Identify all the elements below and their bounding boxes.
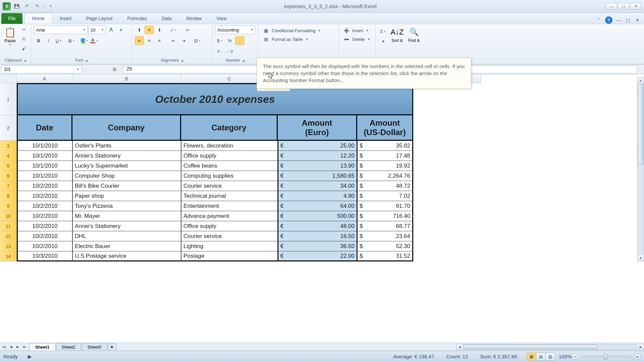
scroll-right-icon[interactable]: ▶: [638, 344, 644, 350]
orientation-icon[interactable]: ⤢▼: [169, 25, 178, 34]
table-cell[interactable]: $91.70: [357, 201, 413, 211]
number-format-combo[interactable]: Accounting▼: [215, 25, 255, 34]
table-cell[interactable]: 10/1/2010: [17, 151, 72, 161]
zoom-in-button[interactable]: +: [634, 353, 641, 360]
sheet-nav-last[interactable]: ⏭: [21, 344, 28, 350]
row-header-3[interactable]: 3: [0, 141, 17, 151]
table-cell[interactable]: €1,580.65: [278, 171, 357, 181]
maximize-button[interactable]: ▢: [618, 3, 629, 10]
table-cell[interactable]: Advance payment: [181, 211, 278, 221]
table-cell[interactable]: €13.90: [278, 161, 357, 171]
row-header-13[interactable]: 13: [0, 241, 17, 251]
autosum-icon[interactable]: Σ▼: [378, 27, 388, 36]
align-middle-icon[interactable]: ≡: [145, 25, 154, 34]
row-header-11[interactable]: 11: [0, 221, 17, 231]
table-cell[interactable]: $2,264.76: [357, 171, 413, 181]
align-left-icon[interactable]: ≡: [135, 36, 144, 45]
excel-logo-icon[interactable]: X: [3, 2, 11, 10]
tab-review[interactable]: Review: [179, 13, 209, 24]
save-icon[interactable]: 💾: [13, 2, 21, 10]
table-cell[interactable]: €16.50: [278, 231, 357, 241]
row-header-2[interactable]: 2: [0, 115, 17, 141]
table-cell[interactable]: Bill's Bike Courier: [72, 181, 181, 191]
align-top-icon[interactable]: ⬆: [135, 25, 144, 34]
sheet-nav-prev[interactable]: ◀: [8, 344, 14, 350]
decrease-decimal-icon[interactable]: ←.0: [225, 47, 234, 56]
table-cell[interactable]: $7.02: [357, 191, 413, 201]
sheet-tab-2[interactable]: Sheet2: [56, 343, 81, 351]
zoom-slider[interactable]: [581, 356, 631, 358]
table-cell[interactable]: Ostler's Plants: [72, 141, 181, 151]
bold-icon[interactable]: B: [34, 36, 43, 45]
cut-icon[interactable]: ✂: [19, 25, 28, 34]
grow-font-icon[interactable]: A: [106, 25, 116, 34]
table-cell[interactable]: €64.00: [278, 201, 357, 211]
shrink-font-icon[interactable]: A: [116, 25, 126, 34]
table-cell[interactable]: Mr. Mayer: [72, 211, 181, 221]
qat-customize-icon[interactable]: ▼: [47, 2, 55, 10]
cells-grid[interactable]: October 2010 expensesDateCompanyCategory…: [17, 83, 413, 261]
table-cell[interactable]: 10/3/2010: [17, 251, 72, 261]
italic-icon[interactable]: I: [44, 36, 53, 45]
table-header-cell[interactable]: Amount (Euro): [278, 115, 357, 141]
minimize-button[interactable]: —: [606, 3, 617, 10]
row-header-6[interactable]: 6: [0, 171, 17, 181]
table-cell[interactable]: $31.52: [357, 251, 413, 261]
table-cell[interactable]: 10/2/2010: [17, 211, 72, 221]
zoom-out-button[interactable]: −: [572, 353, 578, 360]
table-cell[interactable]: DHL: [72, 231, 181, 241]
table-cell[interactable]: $17.48: [357, 151, 413, 161]
tab-data[interactable]: Data: [154, 13, 179, 24]
merge-center-icon[interactable]: ⊟▼: [193, 36, 202, 45]
table-cell[interactable]: €12.20: [278, 151, 357, 161]
workbook-close-icon[interactable]: ✕: [634, 17, 641, 23]
table-cell[interactable]: Annie's Stationery: [72, 221, 181, 231]
table-cell[interactable]: 10/2/2010: [17, 191, 72, 201]
table-cell[interactable]: Coffee beans: [181, 161, 278, 171]
table-cell[interactable]: €48.00: [278, 221, 357, 231]
table-cell[interactable]: $19.92: [357, 161, 413, 171]
tab-insert[interactable]: Insert: [52, 13, 79, 24]
undo-icon[interactable]: ↶: [23, 2, 31, 10]
fx-icon[interactable]: fx: [110, 65, 119, 73]
number-dialog-launcher[interactable]: ◢: [242, 59, 245, 62]
format-as-table-button[interactable]: ▤Format as Table ▼: [261, 36, 310, 43]
row-header-8[interactable]: 8: [0, 191, 17, 201]
table-cell[interactable]: Courier service: [181, 181, 278, 191]
table-cell[interactable]: Paper shop: [72, 191, 181, 201]
help-icon[interactable]: ?: [605, 16, 612, 24]
delete-cells-button[interactable]: ➖Delete ▼: [341, 36, 372, 43]
table-cell[interactable]: Lucky's Supermarket: [72, 161, 181, 171]
sort-filter-button[interactable]: A↓Z Sort &: [390, 25, 405, 44]
table-cell[interactable]: 10/2/2010: [17, 201, 72, 211]
tab-page-layout[interactable]: Page Layout: [79, 13, 120, 24]
table-cell[interactable]: 10/2/2010: [17, 241, 72, 251]
table-cell[interactable]: Courier service: [181, 231, 278, 241]
align-center-icon[interactable]: ≡: [145, 36, 154, 45]
border-icon[interactable]: ⊞▼: [67, 36, 76, 45]
sheet-tab-3[interactable]: Sheet3: [82, 343, 107, 351]
clipboard-dialog-launcher[interactable]: ◢: [24, 59, 26, 62]
align-right-icon[interactable]: ≡: [155, 36, 164, 45]
paste-button[interactable]: 📋 Paste ▼: [3, 25, 17, 47]
table-header-cell[interactable]: Date: [17, 115, 72, 141]
col-header-B[interactable]: B: [72, 74, 181, 83]
table-cell[interactable]: 10/2/2010: [17, 231, 72, 241]
table-cell[interactable]: 10/2/2010: [17, 181, 72, 191]
table-cell[interactable]: Annie's Stationery: [72, 151, 181, 161]
insert-cells-button[interactable]: ➕Insert ▼: [341, 27, 370, 34]
file-tab[interactable]: File: [1, 13, 22, 24]
normal-view-icon[interactable]: ▦: [527, 353, 536, 360]
row-header-5[interactable]: 5: [0, 161, 17, 171]
underline-icon[interactable]: U▼: [54, 36, 63, 45]
accounting-format-icon[interactable]: $▼: [215, 36, 224, 45]
scroll-down-icon[interactable]: ▼: [638, 255, 644, 261]
name-box[interactable]: D3▼: [1, 65, 82, 73]
vscroll-thumb[interactable]: [638, 84, 643, 165]
table-cell[interactable]: €500.00: [278, 211, 357, 221]
table-header-cell[interactable]: Company: [72, 115, 181, 141]
redo-icon[interactable]: ↷: [33, 2, 41, 10]
close-button[interactable]: ✕: [630, 3, 641, 10]
table-cell[interactable]: €34.00: [278, 181, 357, 191]
sheet-nav-next[interactable]: ▶: [15, 344, 21, 350]
